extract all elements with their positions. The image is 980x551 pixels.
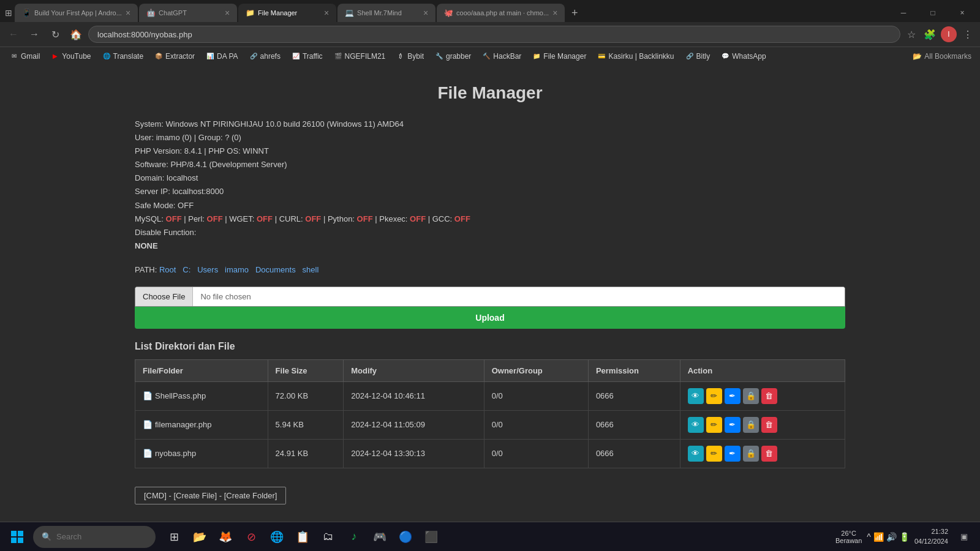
bookmark-dapa[interactable]: 📊 DA PA bbox=[201, 51, 243, 62]
tray-battery-icon[interactable]: 🔋 bbox=[899, 532, 910, 542]
tab-file-manager[interactable]: 📁 File Manager × bbox=[238, 4, 336, 22]
address-input[interactable]: localhost:8000/nyobas.php bbox=[88, 26, 900, 43]
notification-area[interactable]: ▣ bbox=[953, 526, 975, 548]
bookmark-label-gmail: Gmail bbox=[21, 52, 40, 61]
path-users[interactable]: Users bbox=[197, 265, 218, 274]
close-button[interactable]: × bbox=[948, 4, 976, 22]
settings-icon[interactable]: ⋮ bbox=[960, 27, 975, 42]
perm-btn-0[interactable]: 🔒 bbox=[743, 388, 759, 404]
extension-icon[interactable]: 🧩 bbox=[922, 27, 937, 42]
browser-menu-icon[interactable]: ⊞ bbox=[4, 4, 13, 22]
bookmark-grabber[interactable]: 🔧 grabber bbox=[430, 51, 476, 62]
edit-btn-2[interactable]: ✏ bbox=[706, 446, 722, 462]
upload-button[interactable]: Upload bbox=[135, 307, 845, 329]
tab-github[interactable]: 🐙 cooo/aaa.php at main · chmo... × bbox=[437, 4, 565, 22]
mysql-val: OFF bbox=[166, 214, 182, 223]
tab-close-5[interactable]: × bbox=[552, 8, 557, 18]
bookmark-hackbar[interactable]: 🔨 HackBar bbox=[477, 51, 526, 62]
start-button[interactable] bbox=[5, 525, 29, 549]
taskbar-firefox-icon[interactable]: 🦊 bbox=[214, 526, 236, 548]
edit-btn-1[interactable]: ✏ bbox=[706, 417, 722, 433]
taskbar-steam-icon[interactable]: 🎮 bbox=[369, 526, 391, 548]
all-bookmarks-button[interactable]: 📂 All Bookmarks bbox=[909, 51, 975, 62]
reload-button[interactable]: ↻ bbox=[47, 26, 64, 43]
tray-chevron-icon[interactable]: ^ bbox=[867, 532, 871, 542]
tab-close-1[interactable]: × bbox=[126, 8, 130, 18]
delete-btn-1[interactable]: 🗑 bbox=[761, 417, 777, 433]
back-button[interactable]: ← bbox=[5, 26, 22, 43]
taskbar-search-bar[interactable]: 🔍 bbox=[33, 526, 156, 548]
task-view-icon[interactable]: ⊞ bbox=[163, 526, 185, 548]
tab-shell[interactable]: 💻 Shell Mr.7Mind × bbox=[337, 4, 435, 22]
path-imamo[interactable]: imamo bbox=[225, 265, 249, 274]
file-explorer-icon[interactable]: 📂 bbox=[189, 526, 211, 548]
choose-file-button[interactable]: Choose File bbox=[135, 287, 193, 306]
edit-btn-0[interactable]: ✏ bbox=[706, 388, 722, 404]
tab-favicon-4: 💻 bbox=[345, 9, 353, 17]
taskbar-clock[interactable]: 21:32 04/12/2024 bbox=[914, 527, 948, 546]
bookmark-translate[interactable]: 🌐 Translate bbox=[97, 51, 149, 62]
bookmark-gmail[interactable]: ✉ Gmail bbox=[5, 51, 45, 62]
path-root[interactable]: Root bbox=[159, 265, 176, 274]
bookmark-ngefilm21[interactable]: 🎬 NGEFILM21 bbox=[329, 51, 391, 62]
new-tab-button[interactable]: + bbox=[566, 4, 583, 21]
maximize-button[interactable]: □ bbox=[919, 4, 947, 22]
clock-time: 21:32 bbox=[914, 527, 948, 536]
cmd-create-button[interactable]: [CMD] - [Create File] - [Create Folder] bbox=[135, 487, 286, 504]
bookmark-ahrefs[interactable]: 🔗 ahrefs bbox=[244, 51, 285, 62]
search-input[interactable] bbox=[56, 532, 142, 541]
view-btn-1[interactable]: 👁 bbox=[688, 417, 704, 433]
bookmark-filemanager[interactable]: 📁 File Manager bbox=[527, 51, 591, 62]
tray-network-icon[interactable]: 📶 bbox=[873, 532, 884, 542]
taskbar-network-icon[interactable]: 🌐 bbox=[266, 526, 288, 548]
tab-chatgpt[interactable]: 🤖 ChatGPT × bbox=[139, 4, 237, 22]
taskbar-spotify-icon[interactable]: ♪ bbox=[343, 526, 365, 548]
bookmark-bybit[interactable]: ₿ Bybit bbox=[391, 51, 429, 62]
bookmark-label-filemanager: File Manager bbox=[543, 52, 586, 61]
path-documents[interactable]: Documents bbox=[255, 265, 296, 274]
sep6: | bbox=[428, 214, 432, 223]
minimize-button[interactable]: ─ bbox=[889, 4, 918, 22]
home-button[interactable]: 🏠 bbox=[67, 26, 85, 43]
col-owner-group: Owner/Group bbox=[484, 359, 588, 381]
path-shell[interactable]: shell bbox=[303, 265, 319, 274]
perm-btn-1[interactable]: 🔒 bbox=[743, 417, 759, 433]
bookmark-whatsapp[interactable]: 💬 WhatsApp bbox=[716, 51, 771, 62]
tab-close-3[interactable]: × bbox=[324, 8, 329, 18]
taskbar-error-icon[interactable]: ⊘ bbox=[240, 526, 262, 548]
cell-perm-2: 0666 bbox=[588, 439, 680, 468]
wget-val: OFF bbox=[257, 214, 273, 223]
perm-btn-2[interactable]: 🔒 bbox=[743, 446, 759, 462]
bookmark-kasirku[interactable]: 💳 Kasirku | Backlinkku bbox=[592, 51, 679, 62]
taskbar-misc-icon[interactable]: 📋 bbox=[292, 526, 314, 548]
path-c[interactable]: C: bbox=[183, 265, 190, 274]
tab-close-4[interactable]: × bbox=[423, 8, 428, 18]
delete-btn-0[interactable]: 🗑 bbox=[761, 388, 777, 404]
bookmark-traffic[interactable]: 📈 Traffic bbox=[287, 51, 328, 62]
delete-btn-2[interactable]: 🗑 bbox=[761, 446, 777, 462]
tab-build-your-first-app[interactable]: 📱 Build Your First App | Andro... × bbox=[15, 4, 138, 22]
col-modify: Modify bbox=[344, 359, 484, 381]
filemanager-favicon: 📁 bbox=[532, 52, 541, 61]
table-row: 📄ShellPass.php 72.00 KB 2024-12-04 10:46… bbox=[135, 381, 845, 410]
bookmark-bitly[interactable]: 🔗 Bitly bbox=[680, 51, 715, 62]
rename-btn-0[interactable]: ✒ bbox=[725, 388, 741, 404]
taskbar-vscode-icon[interactable]: ⬛ bbox=[420, 526, 442, 548]
forward-button[interactable]: → bbox=[26, 26, 43, 43]
pkexec-label: Pkexec: bbox=[379, 214, 407, 223]
bookmark-extractor[interactable]: 📦 Extractor bbox=[149, 51, 200, 62]
page-content: File Manager System: Windows NT PIRINGHI… bbox=[0, 65, 980, 522]
bookmark-star-icon[interactable]: ☆ bbox=[904, 27, 919, 42]
taskbar-chrome-icon[interactable]: 🔵 bbox=[394, 526, 417, 548]
cell-modify-1: 2024-12-04 11:05:09 bbox=[344, 410, 484, 439]
rename-btn-1[interactable]: ✒ bbox=[725, 417, 741, 433]
taskbar-folder-icon[interactable]: 🗂 bbox=[317, 526, 339, 548]
tab-close-2[interactable]: × bbox=[225, 8, 230, 18]
tray-speaker-icon[interactable]: 🔊 bbox=[886, 532, 897, 542]
rename-btn-2[interactable]: ✒ bbox=[725, 446, 741, 462]
view-btn-2[interactable]: 👁 bbox=[688, 446, 704, 462]
bookmark-youtube[interactable]: ▶ YouTube bbox=[46, 51, 96, 62]
profile-icon[interactable]: I bbox=[941, 26, 957, 42]
table-row: 📄nyobas.php 24.91 KB 2024-12-04 13:30:13… bbox=[135, 439, 845, 468]
view-btn-0[interactable]: 👁 bbox=[688, 388, 704, 404]
